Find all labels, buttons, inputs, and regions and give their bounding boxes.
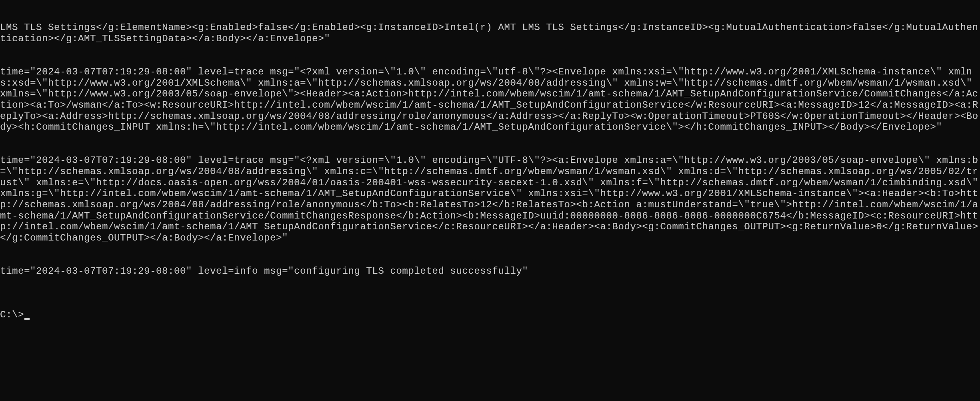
log-line: LMS TLS Settings</g:ElementName><g:Enabl… xyxy=(0,22,980,44)
terminal-window[interactable]: LMS TLS Settings</g:ElementName><g:Enabl… xyxy=(0,0,980,401)
cursor-icon xyxy=(24,318,30,320)
command-prompt[interactable]: C:\> xyxy=(0,309,980,321)
log-line: time="2024-03-07T07:19:29-08:00" level=i… xyxy=(0,266,980,277)
prompt-text: C:\> xyxy=(0,309,24,320)
log-line: time="2024-03-07T07:19:29-08:00" level=t… xyxy=(0,66,980,133)
log-line: time="2024-03-07T07:19:29-08:00" level=t… xyxy=(0,155,980,243)
